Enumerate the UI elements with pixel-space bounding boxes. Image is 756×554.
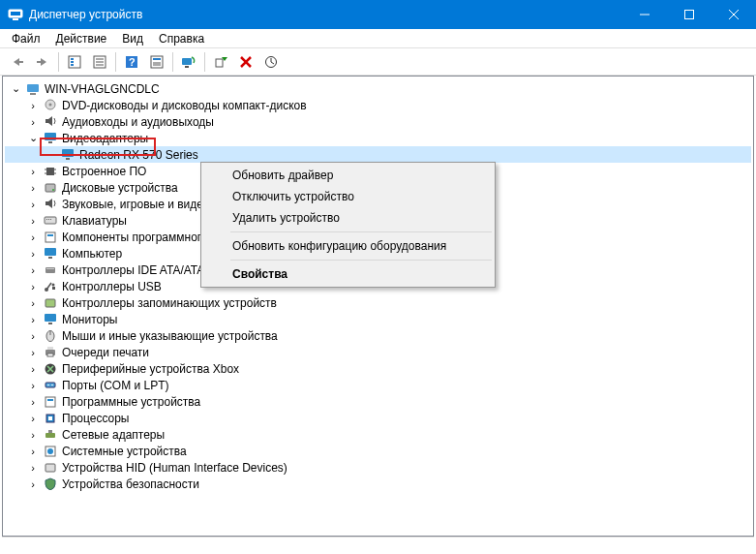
category-label: Аудиовходы и аудиовыходы	[61, 115, 215, 129]
expand-icon[interactable]: ›	[26, 363, 40, 375]
svg-point-77	[47, 448, 53, 454]
category-label: DVD-дисководы и дисководы компакт-дисков	[61, 99, 308, 112]
category-label: Программные устройства	[61, 395, 201, 409]
properties-button[interactable]	[88, 51, 111, 73]
expand-icon[interactable]: ›	[26, 215, 40, 227]
close-button[interactable]	[711, 0, 756, 29]
forward-button[interactable]	[31, 51, 54, 73]
tree-category[interactable]: ›Устройства HID (Human Interface Devices…	[5, 459, 751, 476]
expand-icon[interactable]: ›	[26, 100, 40, 111]
category-label: Периферийные устройства Xbox	[61, 362, 240, 376]
device-label: Radeon RX 570 Series	[78, 148, 199, 162]
menu-view[interactable]: Вид	[114, 30, 151, 47]
menu-help[interactable]: Справка	[151, 30, 212, 47]
minimize-button[interactable]	[622, 0, 667, 29]
expand-icon[interactable]: ›	[26, 182, 40, 194]
svg-rect-60	[48, 323, 52, 324]
menu-action[interactable]: Действие	[48, 30, 115, 47]
maximize-button[interactable]	[667, 0, 711, 29]
svg-rect-7	[19, 61, 23, 63]
ctx-disable-device[interactable]: Отключить устройство	[203, 186, 493, 207]
svg-rect-8	[37, 61, 41, 63]
svg-rect-59	[45, 314, 56, 322]
tree-category[interactable]: ›Процессоры	[5, 410, 751, 426]
expand-icon[interactable]: ›	[26, 429, 40, 441]
tree-root-node[interactable]: ⌄ WIN-VHAGLGNCDLC	[5, 80, 751, 97]
menu-file[interactable]: Файл	[4, 30, 48, 47]
expand-icon[interactable]: ›	[26, 396, 40, 408]
expand-icon[interactable]: ›	[26, 413, 40, 424]
expand-icon[interactable]: ›	[26, 446, 40, 457]
expand-icon[interactable]: ›	[26, 380, 40, 391]
svg-rect-24	[185, 66, 189, 68]
help-button[interactable]: ?	[120, 51, 143, 73]
tree-category[interactable]: ›Контроллеры запоминающих устройств	[5, 294, 751, 311]
collapse-icon[interactable]: ⌄	[26, 132, 40, 144]
separator	[115, 52, 116, 72]
tree-category[interactable]: ›Программные устройства	[5, 393, 751, 410]
expand-icon[interactable]: ›	[26, 478, 40, 490]
category-label: Контроллеры запоминающих устройств	[61, 296, 278, 310]
ctx-update-driver[interactable]: Обновить драйвер	[203, 165, 493, 186]
tree-category[interactable]: ›Периферийные устройства Xbox	[5, 360, 751, 377]
tree-category[interactable]: ›Очереди печати	[5, 344, 751, 360]
keyboard-icon	[43, 214, 58, 228]
expand-icon[interactable]: ›	[26, 231, 40, 243]
audio-icon	[43, 115, 58, 129]
svg-rect-45	[46, 219, 47, 220]
show-tree-button[interactable]	[63, 51, 86, 73]
expand-icon[interactable]: ›	[26, 347, 40, 358]
category-label: Клавиатуры	[61, 214, 128, 228]
mouse-icon	[43, 329, 58, 343]
expand-icon[interactable]: ›	[26, 314, 40, 325]
expand-icon[interactable]: ›	[26, 281, 40, 292]
menubar: Файл Действие Вид Справка	[0, 29, 756, 48]
details-button[interactable]	[145, 51, 168, 73]
svg-rect-58	[45, 299, 55, 307]
root-label: WIN-VHAGLGNCDLC	[44, 82, 161, 96]
expand-icon[interactable]: ›	[26, 116, 40, 128]
expand-icon[interactable]: ›	[26, 297, 40, 309]
app-icon	[8, 7, 23, 22]
expand-icon[interactable]: ›	[26, 330, 40, 342]
tree-category[interactable]: ›Аудиовходы и аудиовыходы	[5, 113, 751, 130]
tree-category[interactable]: ›Системные устройства	[5, 443, 751, 459]
svg-rect-29	[27, 84, 39, 92]
ctx-uninstall-device[interactable]: Удалить устройство	[203, 207, 493, 229]
category-label: Системные устройства	[61, 445, 188, 458]
category-label: Устройства безопасности	[61, 477, 200, 491]
expand-icon[interactable]: ›	[26, 248, 40, 260]
update-driver-button[interactable]	[259, 51, 283, 73]
printer-icon	[43, 346, 58, 359]
expand-icon[interactable]: ›	[26, 264, 40, 276]
back-button[interactable]	[6, 51, 29, 73]
scan-hardware-button[interactable]	[177, 51, 200, 73]
ctx-properties[interactable]: Свойства	[203, 263, 493, 285]
ctx-scan-hardware[interactable]: Обновить конфигурацию оборудования	[203, 235, 493, 257]
tree-category[interactable]: ›Порты (COM и LPT)	[5, 377, 751, 393]
sw-icon	[43, 395, 58, 409]
tree-category[interactable]: ›Устройства безопасности	[5, 476, 751, 492]
tree-device[interactable]: Radeon RX 570 Series	[5, 146, 751, 163]
tree-category[interactable]: ›Мониторы	[5, 311, 751, 327]
separator	[58, 52, 59, 72]
tree-category[interactable]: ›Сетевые адаптеры	[5, 426, 751, 443]
tree-category[interactable]: ⌄Видеоадаптеры	[5, 130, 751, 146]
enable-button[interactable]	[209, 51, 232, 73]
xbox-icon	[43, 362, 58, 376]
separator	[230, 260, 492, 261]
expand-icon[interactable]: ›	[26, 166, 40, 177]
uninstall-button[interactable]	[234, 51, 257, 73]
titlebar: Диспетчер устройств	[0, 0, 756, 29]
tree-category[interactable]: ›Мыши и иные указывающие устройства	[5, 327, 751, 344]
svg-rect-11	[71, 61, 74, 63]
category-label: Контроллеры IDE ATA/ATAPI	[61, 263, 217, 277]
toolbar: ?	[0, 48, 756, 76]
expand-icon[interactable]: ›	[26, 462, 40, 474]
category-label: Встроенное ПО	[61, 165, 147, 178]
expand-icon[interactable]: ›	[26, 199, 40, 210]
svg-rect-2	[13, 18, 18, 20]
hid-icon	[43, 461, 58, 475]
tree-category[interactable]: ›DVD-дисководы и дисководы компакт-диско…	[5, 97, 751, 113]
collapse-icon[interactable]: ⌄	[9, 82, 22, 95]
